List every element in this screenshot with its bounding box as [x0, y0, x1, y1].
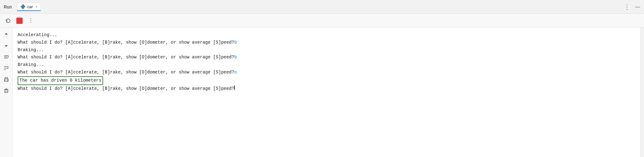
svg-point-0 — [22, 5, 22, 5]
svg-point-1 — [23, 8, 23, 8]
user-input: o — [234, 69, 237, 76]
more-button[interactable]: ⋮ — [26, 16, 35, 25]
scroll-down-icon[interactable] — [3, 42, 10, 49]
sort-icon[interactable] — [3, 65, 10, 72]
scroll-up-icon[interactable] — [3, 31, 10, 38]
svg-rect-11 — [5, 89, 8, 93]
rerun-button[interactable] — [4, 16, 13, 25]
print-icon[interactable] — [3, 76, 10, 83]
svg-point-10 — [8, 79, 8, 80]
run-label: Run — [4, 4, 12, 9]
list-item: Accelerating... — [18, 31, 634, 39]
user-input: b — [234, 54, 237, 61]
list-item: The car has driven 0 kilometers — [18, 76, 634, 85]
output-text: What should I do? [A]ccelerate, [B]rake,… — [18, 69, 234, 76]
list-item: What should I do? [A]ccelerate, [B]rake,… — [18, 85, 634, 93]
stop-button[interactable] — [16, 18, 23, 24]
main-area: Accelerating... What should I do? [A]cce… — [0, 28, 644, 157]
console-output: Accelerating... What should I do? [A]cce… — [13, 28, 640, 157]
title-bar-actions: ⋮ — — [624, 3, 640, 11]
tab-close-button[interactable]: × — [36, 5, 37, 8]
list-item: What should I do? [A]ccelerate, [B]rake,… — [18, 39, 634, 46]
output-text: Braking... — [18, 61, 44, 69]
right-scrollbar[interactable] — [640, 28, 644, 157]
more-options-icon[interactable]: ⋮ — [624, 3, 630, 11]
output-text: What should I do? [A]ccelerate, [B]rake,… — [18, 54, 234, 61]
toolbar: ⋮ — [0, 14, 644, 28]
output-text: Braking... — [18, 46, 44, 54]
more-icon: ⋮ — [28, 18, 33, 24]
rerun-icon — [5, 18, 11, 24]
list-item: What should I do? [A]ccelerate, [B]rake,… — [18, 69, 634, 76]
list-item: What should I do? [A]ccelerate, [B]rake,… — [18, 54, 634, 61]
svg-rect-9 — [5, 80, 8, 81]
tab-name: car — [27, 4, 33, 9]
left-sidebar — [0, 28, 13, 157]
wrap-lines-icon[interactable] — [3, 53, 10, 60]
output-text: What should I do? [A]ccelerate, [B]rake,… — [18, 39, 234, 46]
title-bar: Run car × ⋮ — — [0, 0, 644, 14]
tab-car[interactable]: car × — [17, 3, 41, 11]
trash-icon[interactable] — [3, 87, 10, 94]
input-cursor — [234, 85, 235, 90]
list-item: Braking... — [18, 61, 634, 69]
output-text: Accelerating... — [18, 31, 57, 39]
minimize-icon[interactable]: — — [635, 4, 640, 10]
python-icon — [20, 4, 25, 9]
highlighted-output: The car has driven 0 kilometers — [18, 76, 103, 85]
output-text: What should I do? [A]ccelerate, [B]rake,… — [18, 85, 234, 93]
list-item: Braking... — [18, 46, 634, 54]
user-input: b — [234, 39, 237, 46]
